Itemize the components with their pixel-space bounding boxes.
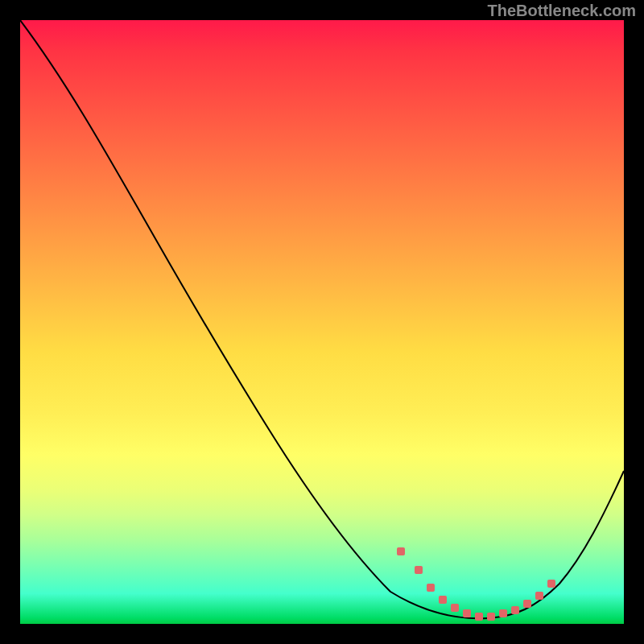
data-point: [475, 613, 483, 621]
data-point: [511, 606, 519, 614]
data-point: [451, 604, 459, 612]
curve-line: [20, 20, 624, 618]
data-point: [397, 547, 405, 555]
data-point: [535, 592, 543, 600]
data-points-group: [397, 547, 555, 621]
data-point: [547, 580, 555, 588]
watermark-text: TheBottleneck.com: [488, 2, 636, 20]
data-point: [499, 609, 507, 617]
data-point: [523, 600, 531, 608]
data-point: [415, 566, 423, 574]
data-point: [487, 613, 495, 621]
data-point: [439, 596, 447, 604]
chart-area: [20, 20, 624, 624]
data-point: [463, 609, 471, 617]
chart-svg: [20, 20, 624, 624]
data-point: [427, 584, 435, 592]
